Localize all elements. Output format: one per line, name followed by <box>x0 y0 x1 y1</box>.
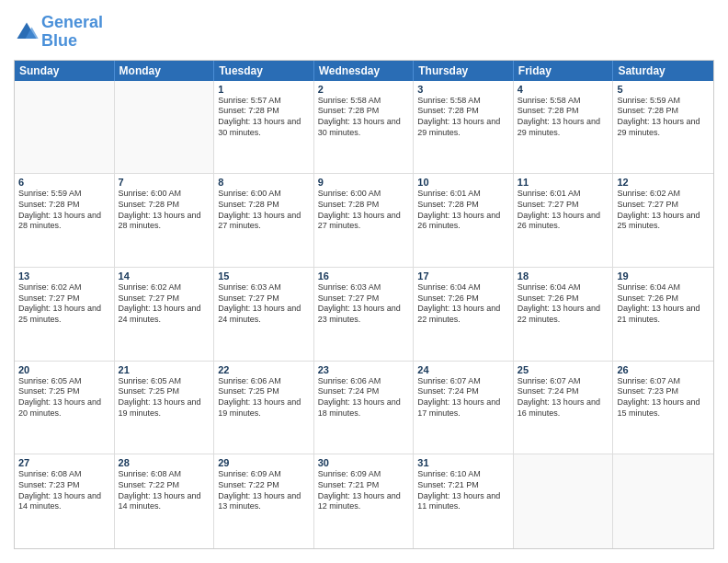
calendar-cell: 15Sunrise: 6:03 AM Sunset: 7:27 PM Dayli… <box>214 268 314 361</box>
calendar-cell: 31Sunrise: 6:10 AM Sunset: 7:21 PM Dayli… <box>414 454 514 548</box>
day-number: 19 <box>617 270 710 282</box>
day-info: Sunrise: 6:00 AM Sunset: 7:28 PM Dayligh… <box>218 189 310 232</box>
weekday-header: Friday <box>514 61 614 81</box>
day-number: 8 <box>218 177 310 188</box>
calendar-cell: 25Sunrise: 6:07 AM Sunset: 7:24 PM Dayli… <box>514 362 614 454</box>
day-info: Sunrise: 5:58 AM Sunset: 7:28 PM Dayligh… <box>417 96 509 139</box>
calendar-row: 27Sunrise: 6:08 AM Sunset: 7:23 PM Dayli… <box>15 454 713 548</box>
day-info: Sunrise: 6:03 AM Sunset: 7:27 PM Dayligh… <box>218 282 310 326</box>
calendar-header: SundayMondayTuesdayWednesdayThursdayFrid… <box>15 61 713 81</box>
day-info: Sunrise: 6:09 AM Sunset: 7:22 PM Dayligh… <box>218 469 310 512</box>
weekday-header: Thursday <box>414 61 514 81</box>
calendar-cell: 6Sunrise: 5:59 AM Sunset: 7:28 PM Daylig… <box>15 174 115 267</box>
day-number: 25 <box>518 364 609 375</box>
calendar-cell: 8Sunrise: 6:00 AM Sunset: 7:28 PM Daylig… <box>214 174 314 267</box>
weekday-header: Sunday <box>15 61 115 81</box>
calendar-cell: 22Sunrise: 6:06 AM Sunset: 7:25 PM Dayli… <box>214 362 314 454</box>
calendar-cell: 12Sunrise: 6:02 AM Sunset: 7:27 PM Dayli… <box>613 174 713 267</box>
calendar-row: 13Sunrise: 6:02 AM Sunset: 7:27 PM Dayli… <box>15 268 713 362</box>
weekday-header: Saturday <box>613 61 713 81</box>
calendar-cell: 7Sunrise: 6:00 AM Sunset: 7:28 PM Daylig… <box>115 174 215 267</box>
calendar-cell: 26Sunrise: 6:07 AM Sunset: 7:23 PM Dayli… <box>613 362 713 454</box>
day-number: 28 <box>119 457 210 468</box>
day-info: Sunrise: 6:03 AM Sunset: 7:27 PM Dayligh… <box>318 282 410 326</box>
logo-icon <box>14 19 40 45</box>
day-info: Sunrise: 5:58 AM Sunset: 7:28 PM Dayligh… <box>318 96 410 139</box>
day-info: Sunrise: 6:07 AM Sunset: 7:24 PM Dayligh… <box>417 376 509 419</box>
day-info: Sunrise: 5:58 AM Sunset: 7:28 PM Dayligh… <box>518 96 609 139</box>
day-number: 20 <box>18 364 110 375</box>
day-number: 9 <box>318 177 410 188</box>
day-number: 12 <box>617 177 710 188</box>
day-info: Sunrise: 6:02 AM Sunset: 7:27 PM Dayligh… <box>18 282 110 326</box>
calendar-cell: 14Sunrise: 6:02 AM Sunset: 7:27 PM Dayli… <box>115 268 215 361</box>
calendar-cell <box>514 454 614 548</box>
calendar-cell: 17Sunrise: 6:04 AM Sunset: 7:26 PM Dayli… <box>414 268 514 361</box>
calendar-cell: 24Sunrise: 6:07 AM Sunset: 7:24 PM Dayli… <box>414 362 514 454</box>
day-info: Sunrise: 6:06 AM Sunset: 7:25 PM Dayligh… <box>218 376 310 419</box>
weekday-header: Monday <box>115 61 215 81</box>
day-info: Sunrise: 5:59 AM Sunset: 7:28 PM Dayligh… <box>617 96 710 139</box>
logo-text: General Blue <box>41 14 103 51</box>
calendar-cell <box>15 81 115 174</box>
calendar-cell <box>613 454 713 548</box>
day-info: Sunrise: 6:05 AM Sunset: 7:25 PM Dayligh… <box>119 376 210 419</box>
day-number: 15 <box>218 270 310 282</box>
day-info: Sunrise: 6:01 AM Sunset: 7:27 PM Dayligh… <box>518 189 609 232</box>
day-info: Sunrise: 6:02 AM Sunset: 7:27 PM Dayligh… <box>617 189 710 232</box>
calendar-cell: 2Sunrise: 5:58 AM Sunset: 7:28 PM Daylig… <box>314 81 415 174</box>
header: General Blue <box>14 14 714 51</box>
day-info: Sunrise: 6:08 AM Sunset: 7:23 PM Dayligh… <box>18 469 110 512</box>
day-info: Sunrise: 6:10 AM Sunset: 7:21 PM Dayligh… <box>417 469 509 512</box>
day-info: Sunrise: 6:00 AM Sunset: 7:28 PM Dayligh… <box>318 189 410 232</box>
day-number: 23 <box>318 364 410 375</box>
calendar-cell: 9Sunrise: 6:00 AM Sunset: 7:28 PM Daylig… <box>314 174 415 267</box>
calendar-cell: 3Sunrise: 5:58 AM Sunset: 7:28 PM Daylig… <box>414 81 514 174</box>
page: General Blue SundayMondayTuesdayWednesda… <box>0 0 728 563</box>
weekday-header: Wednesday <box>314 61 415 81</box>
day-number: 2 <box>318 84 410 95</box>
day-info: Sunrise: 5:59 AM Sunset: 7:28 PM Dayligh… <box>18 189 110 232</box>
calendar-cell: 28Sunrise: 6:08 AM Sunset: 7:22 PM Dayli… <box>115 454 215 548</box>
day-number: 14 <box>119 270 210 282</box>
calendar-cell <box>115 81 215 174</box>
day-info: Sunrise: 6:04 AM Sunset: 7:26 PM Dayligh… <box>518 282 609 326</box>
day-info: Sunrise: 6:04 AM Sunset: 7:26 PM Dayligh… <box>617 282 710 326</box>
calendar-cell: 10Sunrise: 6:01 AM Sunset: 7:28 PM Dayli… <box>414 174 514 267</box>
calendar-cell: 1Sunrise: 5:57 AM Sunset: 7:28 PM Daylig… <box>214 81 314 174</box>
day-number: 27 <box>18 457 110 468</box>
calendar-row: 1Sunrise: 5:57 AM Sunset: 7:28 PM Daylig… <box>15 81 713 175</box>
calendar: SundayMondayTuesdayWednesdayThursdayFrid… <box>14 60 714 549</box>
calendar-cell: 27Sunrise: 6:08 AM Sunset: 7:23 PM Dayli… <box>15 454 115 548</box>
calendar-cell: 13Sunrise: 6:02 AM Sunset: 7:27 PM Dayli… <box>15 268 115 361</box>
day-number: 7 <box>119 177 210 188</box>
day-number: 4 <box>518 84 609 95</box>
day-info: Sunrise: 6:04 AM Sunset: 7:26 PM Dayligh… <box>417 282 509 326</box>
calendar-row: 6Sunrise: 5:59 AM Sunset: 7:28 PM Daylig… <box>15 174 713 268</box>
day-number: 24 <box>417 364 509 375</box>
calendar-cell: 4Sunrise: 5:58 AM Sunset: 7:28 PM Daylig… <box>514 81 614 174</box>
calendar-cell: 16Sunrise: 6:03 AM Sunset: 7:27 PM Dayli… <box>314 268 415 361</box>
calendar-cell: 19Sunrise: 6:04 AM Sunset: 7:26 PM Dayli… <box>613 268 713 361</box>
day-number: 13 <box>18 270 110 282</box>
calendar-cell: 18Sunrise: 6:04 AM Sunset: 7:26 PM Dayli… <box>514 268 614 361</box>
calendar-cell: 29Sunrise: 6:09 AM Sunset: 7:22 PM Dayli… <box>214 454 314 548</box>
calendar-cell: 5Sunrise: 5:59 AM Sunset: 7:28 PM Daylig… <box>613 81 713 174</box>
calendar-row: 20Sunrise: 6:05 AM Sunset: 7:25 PM Dayli… <box>15 362 713 455</box>
calendar-body: 1Sunrise: 5:57 AM Sunset: 7:28 PM Daylig… <box>15 81 713 548</box>
calendar-cell: 20Sunrise: 6:05 AM Sunset: 7:25 PM Dayli… <box>15 362 115 454</box>
day-number: 6 <box>18 177 110 188</box>
day-info: Sunrise: 6:01 AM Sunset: 7:28 PM Dayligh… <box>417 189 509 232</box>
logo: General Blue <box>14 14 103 51</box>
day-number: 3 <box>417 84 509 95</box>
day-info: Sunrise: 6:07 AM Sunset: 7:24 PM Dayligh… <box>518 376 609 419</box>
day-number: 29 <box>218 457 310 468</box>
day-number: 5 <box>617 84 710 95</box>
day-number: 26 <box>617 364 710 375</box>
day-info: Sunrise: 6:06 AM Sunset: 7:24 PM Dayligh… <box>318 376 410 419</box>
day-info: Sunrise: 6:05 AM Sunset: 7:25 PM Dayligh… <box>18 376 110 419</box>
day-info: Sunrise: 6:08 AM Sunset: 7:22 PM Dayligh… <box>119 469 210 512</box>
day-info: Sunrise: 6:07 AM Sunset: 7:23 PM Dayligh… <box>617 376 710 419</box>
calendar-cell: 21Sunrise: 6:05 AM Sunset: 7:25 PM Dayli… <box>115 362 215 454</box>
day-number: 21 <box>119 364 210 375</box>
